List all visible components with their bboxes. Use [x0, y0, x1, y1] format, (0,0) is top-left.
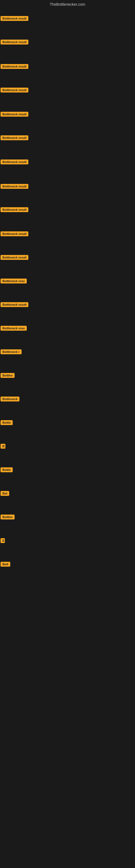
- bottleneck-badge[interactable]: Bottleneck result: [1, 88, 28, 93]
- bottleneck-badge[interactable]: Bottleneck: [1, 397, 19, 401]
- bottleneck-badge[interactable]: Bottlen: [1, 515, 14, 520]
- result-row: Bottleneck result: [1, 231, 28, 237]
- bottleneck-badge[interactable]: Bottleneck result: [1, 184, 28, 189]
- result-row: Bottleneck resu: [1, 326, 27, 332]
- result-row: Bottleneck result: [1, 16, 28, 22]
- bottleneck-badge[interactable]: Bottle: [1, 467, 13, 472]
- bottleneck-badge[interactable]: Bottleneck result: [1, 159, 28, 164]
- bottleneck-badge[interactable]: Bot: [1, 491, 9, 496]
- bottleneck-badge[interactable]: Bottleneck result: [1, 231, 28, 236]
- bottleneck-badge[interactable]: Bottleneck result: [1, 112, 28, 117]
- bottleneck-badge[interactable]: Bottleneck r: [1, 349, 21, 354]
- result-row: Bot: [1, 491, 9, 497]
- result-row: Bottle: [1, 467, 13, 473]
- site-title-text: TheBottlenecker.com: [50, 2, 85, 6]
- bottleneck-badge[interactable]: Bottleneck resu: [1, 279, 27, 283]
- result-row: Bottlen: [1, 515, 14, 521]
- bottleneck-badge[interactable]: Bottleneck resu: [1, 326, 27, 331]
- result-row: Bottleneck result: [1, 207, 28, 213]
- bottleneck-badge[interactable]: Bott: [1, 562, 10, 567]
- bottleneck-badge[interactable]: E: [1, 538, 5, 543]
- bottleneck-badge[interactable]: Bottleneck result: [1, 64, 28, 69]
- site-title: TheBottlenecker.com: [0, 0, 135, 9]
- result-row: Bottleneck result: [1, 64, 28, 70]
- bottleneck-badge[interactable]: Bottle: [1, 420, 13, 425]
- result-row: Bottle: [1, 420, 13, 426]
- result-row: Bottlen: [1, 373, 14, 379]
- result-row: Bottleneck result: [1, 112, 28, 118]
- result-row: Bottleneck r: [1, 349, 21, 355]
- bottleneck-badge[interactable]: B: [1, 444, 5, 448]
- result-row: Bottleneck result: [1, 40, 28, 45]
- result-row: Bottleneck resu: [1, 279, 27, 284]
- bottleneck-badge[interactable]: Bottleneck result: [1, 16, 28, 21]
- result-row: Bottleneck result: [1, 255, 28, 261]
- result-row: Bottleneck result: [1, 159, 28, 165]
- result-row: Bottleneck result: [1, 302, 28, 308]
- bottleneck-badge[interactable]: Bottleneck result: [1, 207, 28, 212]
- bottleneck-badge[interactable]: Bottleneck result: [1, 135, 28, 140]
- result-row: Bottleneck result: [1, 135, 28, 141]
- bottleneck-badge[interactable]: Bottlen: [1, 373, 14, 378]
- result-row: Bottleneck result: [1, 184, 28, 190]
- result-row: Bottleneck: [1, 397, 19, 403]
- bottleneck-badge[interactable]: Bottleneck result: [1, 40, 28, 44]
- result-row: Bott: [1, 562, 10, 568]
- bottleneck-badge[interactable]: Bottleneck result: [1, 255, 28, 260]
- bottleneck-badge[interactable]: Bottleneck result: [1, 302, 28, 307]
- result-row: Bottleneck result: [1, 88, 28, 94]
- result-row: B: [1, 444, 5, 450]
- result-row: E: [1, 538, 5, 544]
